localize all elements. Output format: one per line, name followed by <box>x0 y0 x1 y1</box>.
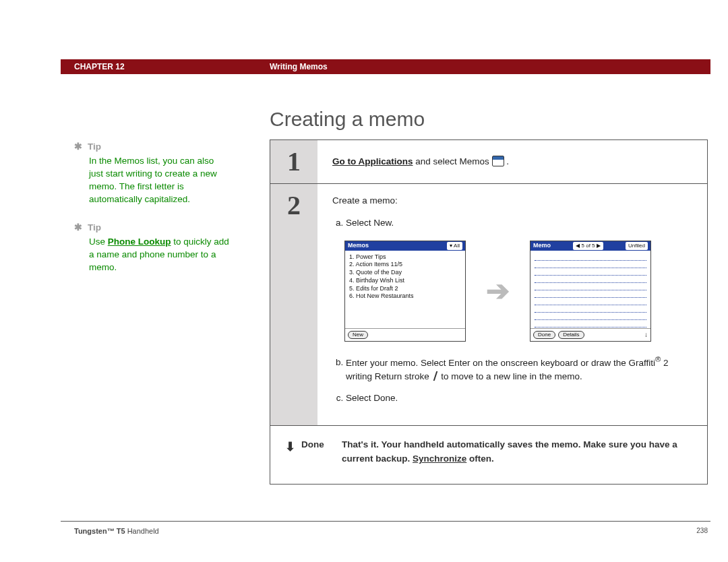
step2-intro: Create a memo: <box>332 194 695 208</box>
step2b: Enter your memo. Select Enter on the ons… <box>346 354 695 383</box>
arrow-right-icon: ➔ <box>486 277 510 305</box>
tip-body: In the Memos list, you can also just sta… <box>89 155 229 206</box>
step-2: 2 Create a memo: Select New. Memos ▾ All <box>270 184 707 426</box>
tip-2: Tip Use Phone Lookup to quickly add a na… <box>74 222 229 274</box>
step-1: 1 Go to Applications and select Memos . <box>270 140 707 184</box>
tip-1: Tip In the Memos list, you can also just… <box>74 141 229 206</box>
footer-product: Tungsten™ T5 Handheld <box>74 527 159 535</box>
memo-edit-screenshot: Memo ◀ 5 of 5 ▶ Unfiled Done D <box>530 241 651 342</box>
dev-counter: ◀ 5 of 5 ▶ <box>573 242 603 250</box>
go-to-applications-link[interactable]: Go to Applications <box>332 156 413 166</box>
step-number-cell: 1 <box>270 140 317 183</box>
done-label: Done <box>301 438 342 466</box>
phone-lookup-link[interactable]: Phone Lookup <box>108 237 171 247</box>
done-row: ⬇ Done That's it. Your handheld automati… <box>270 426 707 484</box>
memos-list-screenshot: Memos ▾ All 1. Power Tips 2. Action Item… <box>344 241 466 342</box>
details-button: Details <box>558 331 584 339</box>
memos-app-icon <box>492 156 504 166</box>
screenshots-row: Memos ▾ All 1. Power Tips 2. Action Item… <box>344 241 695 342</box>
done-arrow-icon: ⬇ <box>285 438 301 466</box>
page-title: Creating a memo <box>270 108 425 131</box>
step-number: 1 <box>287 146 301 177</box>
step1-post: and select Memos <box>413 156 492 166</box>
footer-rule <box>61 521 710 522</box>
return-stroke-icon <box>432 371 439 381</box>
chapter-header: CHAPTER 12 Writing Memos <box>61 59 710 74</box>
step-number: 2 <box>287 190 301 220</box>
dev-title: Memo <box>533 241 551 251</box>
step-body: Create a memo: Select New. Memos ▾ All 1… <box>317 184 707 425</box>
tip-body: Use Phone Lookup to quickly add a name a… <box>89 236 229 274</box>
memo-lines <box>530 251 650 329</box>
step2c: Select Done. <box>346 392 695 405</box>
step-number-cell: 2 <box>270 184 317 425</box>
page-number: 238 <box>696 527 708 534</box>
step2a: Select New. <box>346 216 695 230</box>
steps-box: 1 Go to Applications and select Memos . … <box>270 139 708 485</box>
done-text: That's it. Your handheld automatically s… <box>342 438 692 466</box>
scroll-down-icon: ↓ <box>644 330 648 340</box>
memos-items: 1. Power Tips 2. Action Items 11/5 3. Qu… <box>345 251 465 329</box>
tips-sidebar: Tip In the Memos list, you can also just… <box>74 141 229 290</box>
synchronize-link[interactable]: Synchronize <box>413 454 466 464</box>
dev-title: Memos <box>348 241 369 251</box>
tip-pre: Use <box>89 237 108 247</box>
tip-label: Tip <box>74 222 229 235</box>
dev-category: Unfiled <box>626 242 648 250</box>
new-button: New <box>348 331 368 339</box>
chapter-number: CHAPTER 12 <box>74 62 125 71</box>
done-button: Done <box>533 331 555 339</box>
dev-category: ▾ All <box>447 242 462 250</box>
chapter-subject: Writing Memos <box>270 62 328 71</box>
step-body: Go to Applications and select Memos . <box>317 140 707 183</box>
tip-label: Tip <box>74 141 229 154</box>
